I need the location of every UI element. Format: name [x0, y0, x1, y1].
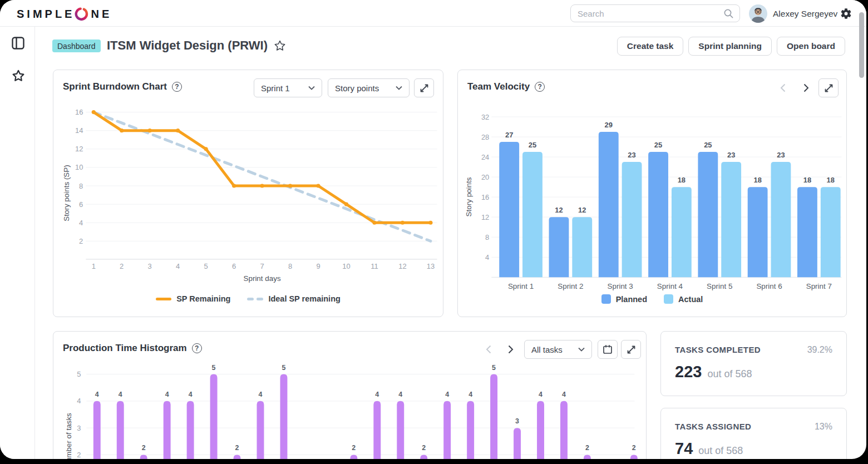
chart-legend: Planned Actual — [458, 294, 846, 304]
svg-text:12: 12 — [578, 206, 586, 214]
tasks-completed-card: TASKS COMPLETED 39.2% 223 out of 568 — [660, 331, 847, 396]
svg-text:18: 18 — [803, 176, 811, 184]
logo-o-icon — [75, 7, 88, 21]
search-input[interactable] — [578, 5, 722, 22]
page-actions: Create task Sprint planning Open board — [617, 37, 845, 56]
stat-value: 223 — [675, 363, 702, 381]
app-window: SIMPLE NE — [0, 0, 866, 459]
favorite-star-icon[interactable] — [274, 40, 286, 52]
logo-text-left: SIMPLE — [17, 8, 75, 21]
svg-text:6: 6 — [79, 200, 83, 209]
svg-text:23: 23 — [628, 151, 635, 159]
svg-text:3: 3 — [148, 262, 152, 270]
settings-gear-icon[interactable] — [840, 7, 852, 20]
svg-text:5: 5 — [204, 262, 208, 270]
legend-swatch — [601, 294, 611, 304]
svg-text:11: 11 — [371, 262, 378, 270]
svg-text:9: 9 — [316, 262, 320, 270]
user-menu[interactable]: Alexey Sergeyev — [749, 4, 837, 23]
svg-text:Story points: Story points — [465, 177, 473, 216]
svg-text:2: 2 — [120, 262, 124, 270]
svg-text:25: 25 — [704, 141, 712, 149]
chart-legend: SP Remaining Ideal SP remaining — [53, 294, 443, 303]
svg-text:Sprint 2: Sprint 2 — [558, 282, 583, 290]
svg-text:Number of tasks: Number of tasks — [65, 413, 73, 459]
legend-swatch — [664, 294, 673, 304]
stat-percent: 13% — [815, 422, 832, 432]
svg-text:2: 2 — [235, 444, 239, 452]
sidebar-toggle-icon[interactable] — [12, 37, 24, 50]
sprint-planning-button[interactable]: Sprint planning — [688, 37, 772, 56]
svg-text:5: 5 — [282, 364, 285, 372]
svg-text:27: 27 — [505, 131, 513, 139]
svg-text:Sprint 6: Sprint 6 — [756, 282, 782, 290]
svg-text:1: 1 — [92, 262, 96, 270]
svg-text:Sprint 3: Sprint 3 — [608, 282, 633, 290]
svg-text:8: 8 — [485, 233, 489, 241]
svg-text:4: 4 — [165, 391, 169, 398]
breadcrumb-badge[interactable]: Dashboard — [52, 40, 101, 52]
svg-text:18: 18 — [753, 176, 761, 184]
svg-text:Sprint 5: Sprint 5 — [707, 282, 732, 290]
svg-text:18: 18 — [678, 176, 685, 184]
svg-text:4: 4 — [539, 391, 542, 398]
svg-text:2: 2 — [352, 444, 356, 452]
svg-text:4: 4 — [189, 391, 193, 398]
svg-text:12: 12 — [398, 262, 406, 270]
stat-suffix: out of 568 — [707, 368, 752, 380]
left-sidebar — [0, 27, 35, 459]
plot: 24681012141612345678910111213Sprint days… — [62, 108, 437, 283]
sprint-burndown-widget: Sprint Burndown Chart Sprint 1 Story poi… — [53, 70, 443, 317]
user-name: Alexey Sergeyev — [773, 9, 837, 19]
legend-item: SP Remaining — [156, 294, 230, 303]
legend-item: Actual — [664, 294, 703, 304]
production-time-histogram-widget: Production Time Histogram All tasks — [53, 331, 647, 459]
favorites-star-icon[interactable] — [12, 69, 25, 82]
svg-text:2: 2 — [77, 451, 81, 459]
svg-text:4: 4 — [176, 262, 180, 270]
velocity-bar-chart: 481216202428322725Sprint 11212Sprint 229… — [458, 70, 846, 317]
open-board-button[interactable]: Open board — [777, 37, 845, 56]
svg-text:25: 25 — [654, 141, 662, 149]
svg-text:8: 8 — [79, 182, 83, 190]
svg-text:2: 2 — [142, 444, 146, 452]
svg-text:Sprint 4: Sprint 4 — [657, 282, 683, 290]
svg-text:18: 18 — [827, 176, 835, 184]
burndown-line-chart: 24681012141612345678910111213Sprint days… — [53, 70, 443, 317]
svg-text:4: 4 — [468, 391, 472, 398]
svg-text:4: 4 — [485, 253, 489, 261]
stat-percent: 39.2% — [807, 345, 832, 355]
svg-text:4: 4 — [562, 391, 566, 398]
legend-swatch — [156, 298, 171, 300]
scrollbar-thumb[interactable] — [859, 12, 864, 78]
svg-text:6: 6 — [232, 262, 236, 270]
legend-swatch — [247, 298, 263, 300]
svg-text:29: 29 — [605, 121, 613, 129]
stat-label: TASKS ASSIGNED — [675, 422, 751, 431]
svg-text:12: 12 — [481, 213, 489, 221]
plot: 481216202428322725Sprint 11212Sprint 229… — [465, 113, 841, 291]
svg-text:4: 4 — [398, 391, 402, 398]
legend-item: Planned — [601, 294, 647, 304]
svg-text:32: 32 — [481, 113, 489, 121]
stat-label: TASKS COMPLETED — [675, 345, 761, 354]
svg-text:2: 2 — [585, 444, 589, 452]
svg-text:4: 4 — [445, 391, 449, 398]
svg-text:12: 12 — [555, 206, 563, 214]
stat-value: 74 — [675, 440, 693, 458]
legend-item: Ideal SP remaining — [247, 294, 340, 303]
page-title: ITSM Widget Design (PRWI) — [107, 38, 268, 53]
svg-text:5: 5 — [212, 364, 216, 372]
histogram-bar-chart: 2345442445245244244534422Number of tasks — [53, 332, 646, 459]
svg-text:23: 23 — [777, 151, 785, 159]
create-task-button[interactable]: Create task — [617, 37, 684, 56]
svg-text:16: 16 — [481, 193, 489, 201]
svg-text:4: 4 — [95, 391, 99, 398]
team-velocity-widget: Team Velocity 481216202428322725Sprint 1… — [457, 70, 847, 317]
svg-text:2: 2 — [79, 237, 83, 245]
svg-text:28: 28 — [481, 133, 489, 141]
svg-text:13: 13 — [427, 262, 435, 270]
avatar — [749, 4, 767, 23]
svg-text:Sprint days: Sprint days — [244, 274, 281, 283]
tasks-assigned-card: TASKS ASSIGNED 13% 74 out of 568 — [660, 408, 847, 459]
